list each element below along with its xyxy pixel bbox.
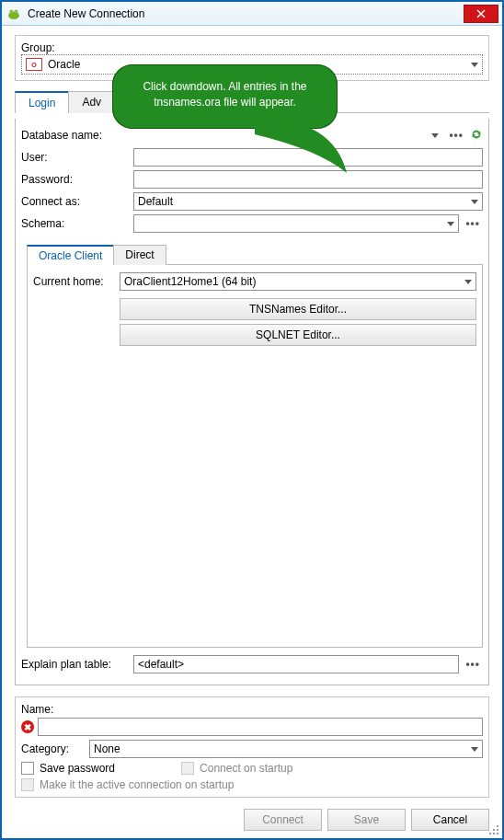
svg-point-6 [16,11,17,12]
schema-combo[interactable] [133,214,459,233]
cancel-button[interactable]: Cancel [411,809,489,831]
close-button[interactable] [464,5,498,23]
explain-plan-browse-button[interactable]: ••• [463,658,483,671]
password-label: Password: [21,173,130,186]
active-startup-checkbox [21,778,34,791]
connect-startup-checkbox [181,762,194,775]
database-name-label: Database name: [21,129,130,142]
oracle-icon: O [26,58,42,71]
current-home-combo[interactable]: OraClient12Home1 (64 bit) [120,272,476,291]
chevron-down-icon[interactable] [471,200,478,204]
schema-browse-button[interactable]: ••• [463,217,483,230]
connect-startup-label: Connect on startup [200,762,292,775]
schema-label: Schema: [21,217,130,230]
user-input[interactable] [133,148,483,167]
create-connection-window: Create New Connection Group: O Oracle Cl… [0,0,504,840]
database-browse-button[interactable]: ••• [446,129,466,142]
connect-as-label: Connect as: [21,195,130,208]
titlebar: Create New Connection [2,2,502,26]
save-button[interactable]: Save [327,809,406,831]
resize-grip[interactable] [486,822,498,834]
toad-icon [6,6,22,22]
error-icon: ✖ [21,720,34,733]
connect-button[interactable]: Connect [244,809,322,831]
chevron-down-icon[interactable] [431,133,439,138]
group-label: Group: [21,41,483,54]
chevron-down-icon[interactable] [471,747,478,752]
tab-login[interactable]: Login [15,91,69,113]
group-section: Group: O Oracle [15,35,489,81]
name-label: Name: [21,703,483,716]
category-label: Category: [21,742,86,755]
active-startup-label: Make it the active connection on startup [40,778,234,791]
dialog-buttons: Connect Save Cancel [15,803,489,833]
explain-plan-label: Explain plan table: [21,658,130,671]
connect-as-combo[interactable]: Default [133,192,483,211]
main-tabstrip: Login Adv [15,90,489,113]
category-combo[interactable]: None [89,740,483,758]
content-area: Group: O Oracle Click downdown. All entr… [2,26,502,838]
refresh-button[interactable] [470,128,483,144]
password-input[interactable] [133,170,483,189]
svg-point-5 [11,11,12,12]
current-home-label: Current home: [33,275,116,288]
chevron-down-icon[interactable] [471,63,478,67]
tab-oracle-client[interactable]: Oracle Client [27,245,114,265]
explain-plan-input[interactable]: <default> [133,655,459,673]
client-tabstrip: Oracle Client Direct [27,244,483,265]
tab-advanced[interactable]: Adv [68,91,115,113]
chevron-down-icon[interactable] [464,280,472,284]
login-panel: Database name: ••• User: Password: Conn [15,119,489,685]
chevron-down-icon[interactable] [447,222,454,226]
name-input[interactable] [38,718,483,736]
group-combo[interactable]: O Oracle [21,54,483,75]
user-label: User: [21,151,130,164]
tnsnames-editor-button[interactable]: TNSNames Editor... [120,298,476,320]
group-value: Oracle [48,58,80,71]
oracle-client-panel: Current home: OraClient12Home1 (64 bit) … [27,265,483,648]
save-password-checkbox[interactable] [21,762,34,775]
database-name-combo[interactable] [133,126,442,144]
save-password-label: Save password [40,762,115,775]
close-icon [476,9,486,18]
tab-direct[interactable]: Direct [113,245,166,265]
name-section: Name: ✖ Category: None Save password Con… [15,696,489,798]
window-title: Create New Connection [28,7,464,20]
sqlnet-editor-button[interactable]: SQLNET Editor... [120,324,476,346]
